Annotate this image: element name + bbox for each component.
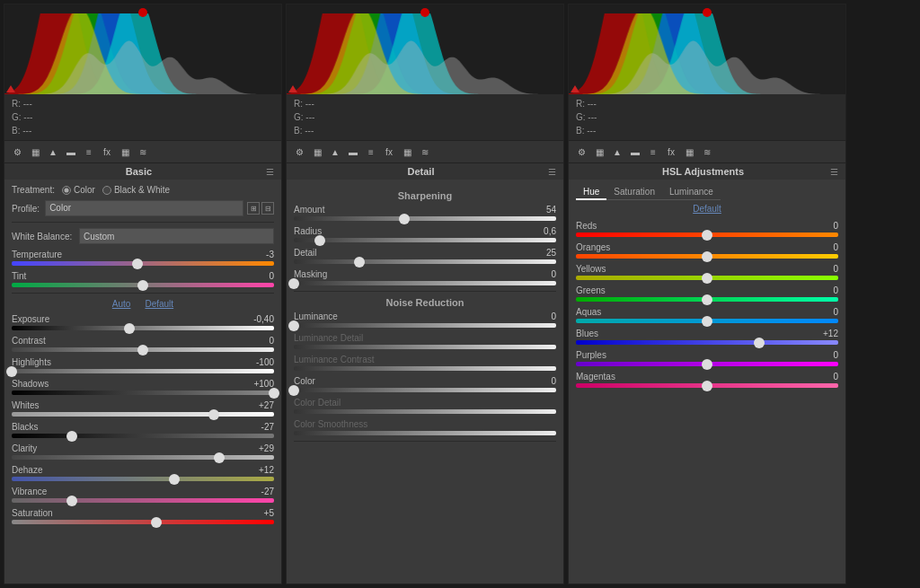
toolbar-icon-3[interactable]: ▬	[628, 145, 642, 159]
slider-thumb-clarity[interactable]	[214, 452, 225, 463]
radio-black-&-white[interactable]: Black & White	[102, 185, 170, 195]
toolbar-icon-2[interactable]: ▲	[610, 145, 624, 159]
slider-blues[interactable]: Blues+12	[576, 329, 838, 345]
slider-thumb-masking[interactable]	[288, 278, 299, 289]
slider-luminance[interactable]: Luminance0	[294, 312, 556, 328]
toolbar-icon-7[interactable]: ≋	[136, 145, 150, 159]
toolbar-icon-6[interactable]: ▦	[118, 145, 132, 159]
slider-track-tint[interactable]	[12, 283, 274, 287]
toolbar-icon-2[interactable]: ▲	[328, 145, 342, 159]
slider-thumb-reds[interactable]	[702, 230, 712, 241]
slider-thumb-color[interactable]	[288, 385, 299, 396]
slider-temperature[interactable]: Temperature-3	[12, 250, 274, 266]
toolbar-icon-1[interactable]: ▦	[592, 145, 606, 159]
slider-track-saturation[interactable]	[12, 520, 274, 524]
slider-track-amount[interactable]	[294, 216, 556, 221]
toolbar-icon-3[interactable]: ▬	[64, 145, 78, 159]
toolbar-icon-5[interactable]: fx	[382, 145, 396, 159]
slider-amount[interactable]: Amount54	[294, 205, 556, 221]
slider-purples[interactable]: Purples0	[576, 350, 838, 366]
slider-track-highlights[interactable]	[12, 369, 274, 373]
slider-thumb-temperature[interactable]	[132, 259, 143, 269]
toolbar-icon-6[interactable]: ▦	[682, 145, 696, 159]
toolbar-icon-4[interactable]: ≡	[646, 145, 660, 159]
toolbar-icon-1[interactable]: ▦	[310, 145, 324, 159]
slider-magentas[interactable]: Magentas0	[576, 372, 838, 388]
slider-masking[interactable]: Masking0	[294, 269, 556, 285]
slider-thumb-detail[interactable]	[354, 257, 365, 268]
toolbar-icon-4[interactable]: ≡	[364, 145, 378, 159]
radio-color[interactable]: Color	[62, 185, 95, 195]
toolbar-icon-2[interactable]: ▲	[46, 145, 60, 159]
toolbar-icon-3[interactable]: ▬	[346, 145, 360, 159]
slider-track-blacks[interactable]	[12, 434, 274, 438]
slider-thumb-radius[interactable]	[314, 235, 325, 246]
slider-thumb-blues[interactable]	[754, 338, 765, 348]
slider-track-reds[interactable]	[576, 233, 838, 237]
white-balance-select[interactable]: Custom	[79, 228, 274, 244]
slider-track-oranges[interactable]	[576, 254, 838, 259]
slider-track-shadows[interactable]	[12, 391, 274, 395]
slider-oranges[interactable]: Oranges0	[576, 242, 838, 259]
toolbar-icon-0[interactable]: ⚙	[292, 145, 306, 159]
toolbar-icon-1[interactable]: ▦	[28, 145, 42, 159]
slider-thumb-aquas[interactable]	[702, 316, 712, 327]
slider-track-aquas[interactable]	[576, 319, 838, 323]
profile-icon[interactable]: ⊟	[261, 202, 274, 215]
slider-thumb-luminance[interactable]	[288, 320, 299, 331]
slider-track-contrast[interactable]	[12, 347, 274, 352]
slider-thumb-amount[interactable]	[399, 214, 410, 224]
slider-track-whites[interactable]	[12, 412, 274, 417]
slider-track-purples[interactable]	[576, 362, 838, 366]
slider-track-magentas[interactable]	[576, 383, 838, 388]
slider-track-clarity[interactable]	[12, 455, 274, 460]
slider-yellows[interactable]: Yellows0	[576, 264, 838, 280]
profile-icon[interactable]: ⊞	[247, 202, 260, 215]
slider-track-color[interactable]	[294, 388, 556, 392]
slider-track-yellows[interactable]	[576, 276, 838, 280]
auto-link[interactable]: Auto	[112, 299, 131, 309]
toolbar-icon-4[interactable]: ≡	[82, 145, 96, 159]
slider-thumb-exposure[interactable]	[124, 323, 135, 334]
slider-shadows[interactable]: Shadows+100	[12, 379, 274, 395]
slider-thumb-dehaze[interactable]	[169, 474, 180, 485]
toolbar-icon-7[interactable]: ≋	[418, 145, 432, 159]
slider-track-vibrance[interactable]	[12, 498, 274, 503]
collapse-icon[interactable]: ☰	[266, 167, 274, 177]
toolbar-icon-6[interactable]: ▦	[400, 145, 414, 159]
toolbar-icon-5[interactable]: fx	[100, 145, 114, 159]
collapse-icon[interactable]: ☰	[830, 167, 838, 177]
slider-track-luminance[interactable]	[294, 323, 556, 328]
toolbar-icon-0[interactable]: ⚙	[574, 145, 588, 159]
slider-greens[interactable]: Greens0	[576, 285, 838, 302]
slider-thumb-whites[interactable]	[208, 409, 219, 420]
slider-track-exposure[interactable]	[12, 326, 274, 330]
slider-thumb-contrast[interactable]	[137, 345, 148, 355]
slider-saturation[interactable]: Saturation+5	[12, 508, 274, 524]
slider-thumb-greens[interactable]	[702, 294, 712, 305]
slider-track-dehaze[interactable]	[12, 477, 274, 481]
slider-highlights[interactable]: Highlights-100	[12, 357, 274, 373]
slider-track-detail[interactable]	[294, 259, 556, 264]
slider-reds[interactable]: Reds0	[576, 221, 838, 237]
toolbar-icon-5[interactable]: fx	[664, 145, 678, 159]
slider-aquas[interactable]: Aquas0	[576, 307, 838, 323]
slider-blacks[interactable]: Blacks-27	[12, 422, 274, 438]
slider-thumb-vibrance[interactable]	[66, 496, 77, 506]
slider-thumb-blacks[interactable]	[66, 431, 77, 442]
hsl-tab-hue[interactable]: Hue	[576, 185, 606, 200]
slider-thumb-saturation[interactable]	[151, 517, 162, 528]
slider-detail[interactable]: Detail25	[294, 248, 556, 264]
slider-track-masking[interactable]	[294, 281, 556, 285]
slider-thumb-magentas[interactable]	[702, 381, 712, 391]
slider-thumb-tint[interactable]	[137, 280, 148, 291]
hsl-default-link[interactable]: Default	[576, 204, 838, 214]
slider-track-blues[interactable]	[576, 340, 838, 345]
slider-tint[interactable]: Tint0	[12, 271, 274, 287]
hsl-tab-saturation[interactable]: Saturation	[606, 185, 662, 200]
slider-thumb-shadows[interactable]	[269, 388, 279, 399]
slider-color[interactable]: Color0	[294, 376, 556, 392]
collapse-icon[interactable]: ☰	[548, 167, 556, 177]
slider-thumb-yellows[interactable]	[702, 273, 712, 284]
slider-radius[interactable]: Radius0,6	[294, 226, 556, 242]
